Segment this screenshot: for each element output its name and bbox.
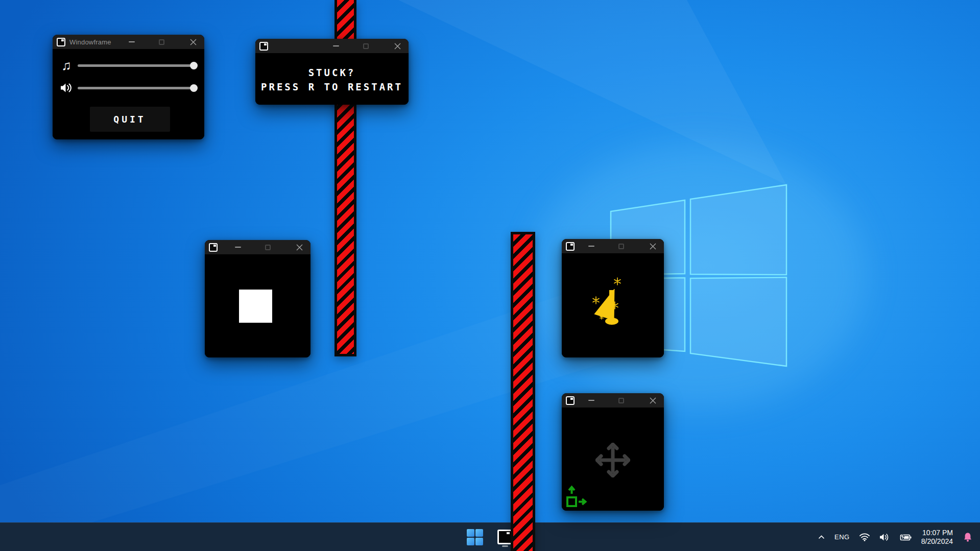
settings-titlebar[interactable]: Windowframe: [53, 35, 204, 49]
minimize-button[interactable]: [584, 393, 599, 408]
desktop: ENG: [0, 0, 980, 551]
tray-overflow-chevron-icon[interactable]: [818, 535, 825, 539]
windowframe-app-icon: [497, 530, 512, 544]
minimize-button[interactable]: [328, 39, 344, 53]
move-up-right-hint-icon: [564, 485, 591, 509]
start-logo-quadrant: [467, 529, 474, 537]
window-frame-icon: [57, 38, 65, 46]
close-button[interactable]: [645, 393, 660, 408]
window-settings: Windowframe ♫: [53, 35, 204, 139]
window-frame-icon: [259, 42, 268, 51]
maximize-button[interactable]: [260, 240, 275, 254]
start-logo-quadrant: [475, 538, 483, 545]
close-button[interactable]: [292, 240, 307, 254]
flag-titlebar[interactable]: [562, 239, 664, 253]
battery-charging-icon[interactable]: [899, 533, 912, 541]
minimize-button[interactable]: [124, 35, 139, 49]
clock-date: 8/20/2024: [921, 537, 953, 546]
close-button[interactable]: [185, 35, 201, 49]
window-goal-flag: [562, 239, 664, 357]
speaker-icon: [59, 80, 74, 95]
start-button[interactable]: [467, 529, 483, 545]
maximize-button[interactable]: [154, 35, 169, 49]
move-arrows-icon: [595, 443, 630, 477]
system-tray: ENG: [818, 523, 980, 551]
window-title: Windowframe: [69, 38, 111, 46]
stuck-titlebar[interactable]: [255, 39, 409, 53]
stuck-text-line2: PRESS R TO RESTART: [255, 80, 409, 94]
notification-bell-icon[interactable]: [963, 532, 973, 542]
wifi-icon[interactable]: [859, 533, 870, 541]
window-move-hint: [562, 393, 664, 511]
clock-time: 10:07 PM: [921, 529, 953, 537]
minimize-button[interactable]: [584, 239, 599, 253]
volume-slider-row: [53, 80, 204, 95]
volume-slider[interactable]: [78, 87, 196, 89]
close-button[interactable]: [645, 239, 660, 253]
taskbar: ENG: [0, 522, 980, 551]
running-app-indicator: [502, 545, 508, 547]
window-frame-icon: [566, 396, 575, 405]
volume-icon[interactable]: [879, 533, 890, 541]
music-note-icon: ♫: [59, 58, 74, 73]
music-slider-row: ♫: [53, 58, 204, 73]
quit-button[interactable]: QUIT: [90, 107, 170, 132]
close-button[interactable]: [390, 39, 405, 53]
maximize-button[interactable]: [613, 393, 629, 408]
move-titlebar[interactable]: [562, 393, 664, 408]
player-character-square: [239, 290, 272, 323]
stuck-text-line1: STUCK?: [255, 65, 409, 80]
music-slider-knob[interactable]: [190, 62, 198, 69]
minimize-button[interactable]: [230, 240, 246, 254]
hazard-bar-right: [511, 232, 535, 551]
maximize-button[interactable]: [613, 239, 629, 253]
start-logo-quadrant: [475, 529, 483, 537]
maximize-button[interactable]: [358, 39, 373, 53]
start-logo-quadrant: [467, 538, 474, 545]
window-frame-icon: [566, 242, 575, 251]
volume-slider-knob[interactable]: [190, 84, 198, 92]
window-player: [205, 240, 310, 357]
goal-flag-graphic: [562, 253, 664, 357]
music-slider[interactable]: [78, 64, 196, 67]
window-frame-icon: [209, 243, 218, 252]
player-titlebar[interactable]: [205, 240, 310, 254]
language-indicator[interactable]: ENG: [834, 533, 850, 541]
window-stuck-hint: STUCK? PRESS R TO RESTART: [255, 39, 409, 105]
clock[interactable]: 10:07 PM 8/20/2024: [921, 529, 953, 546]
